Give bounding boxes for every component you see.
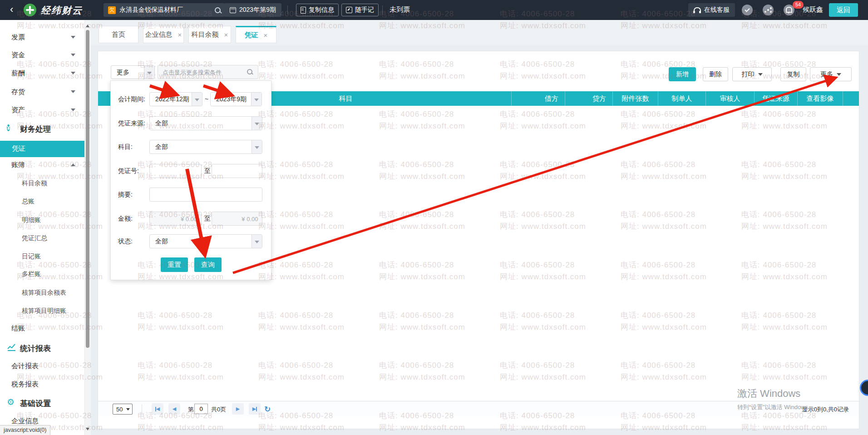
sidebar-item-voucher-summary[interactable]: 凭证汇总 xyxy=(0,233,84,244)
sidebar-section-settings[interactable]: ⚙ 基础设置 xyxy=(0,397,84,410)
voucher-no-from-input[interactable] xyxy=(153,166,198,177)
return-button[interactable]: 返回 xyxy=(829,3,858,17)
sidebar-item-accounting-reports[interactable]: 会计报表 xyxy=(0,361,84,372)
summary-input[interactable] xyxy=(153,189,250,201)
quick-note-label: 随手记 xyxy=(355,6,374,14)
brand-logo-icon xyxy=(24,4,36,16)
column-preparer: 制单人 xyxy=(658,91,705,106)
amount-label: 金额: xyxy=(118,215,133,223)
status-dropdown[interactable]: 全部 xyxy=(149,234,262,248)
not-arrived-ticket-label[interactable]: 未到票 xyxy=(390,5,410,14)
bell-icon xyxy=(786,7,792,13)
sidebar-section-finance[interactable]: ¥ 财务处理 xyxy=(0,123,84,135)
chevron-down-icon xyxy=(71,109,75,111)
tab-voucher[interactable]: 凭证× xyxy=(236,26,276,43)
tab-company-info[interactable]: 企业信息× xyxy=(143,26,184,43)
sidebar-item-funds[interactable]: 资金 xyxy=(0,50,84,61)
sidebar-item-account-balance[interactable]: 科目余额 xyxy=(0,178,84,189)
prev-page-icon: ◀ xyxy=(173,406,176,412)
close-icon[interactable]: × xyxy=(178,31,182,39)
todo-button[interactable] xyxy=(742,5,753,15)
add-button[interactable]: 新增 xyxy=(669,67,696,81)
voucher-source-dropdown[interactable]: 全部 xyxy=(149,116,262,130)
close-icon[interactable]: × xyxy=(224,31,228,39)
column-reviewer: 审核人 xyxy=(705,91,754,106)
next-page-button[interactable]: ▶ xyxy=(232,403,244,415)
prev-page-button[interactable]: ◀ xyxy=(168,403,180,415)
more-button[interactable]: 更多 xyxy=(810,67,852,81)
company-switcher[interactable]: 欠 永清县金锐保温材料厂 xyxy=(104,3,225,17)
caret-down-icon[interactable] xyxy=(192,93,202,106)
period-to-dropdown[interactable]: 2023年9期 xyxy=(210,92,262,106)
sidebar-item-project-detail[interactable]: 核算项目明细账 xyxy=(0,306,84,316)
page-number-input[interactable] xyxy=(194,404,208,414)
scroll-up-icon[interactable] xyxy=(86,23,89,27)
divider xyxy=(382,5,383,15)
back-chevron-icon[interactable]: ‹ xyxy=(10,3,13,16)
copy-button[interactable]: 复制 xyxy=(780,67,806,81)
tab-strip: 首页 企业信息× 科目余额× 凭证× xyxy=(90,20,868,45)
search-condition-input[interactable] xyxy=(162,67,245,78)
username[interactable]: 候跃鑫 xyxy=(803,5,823,14)
quick-note-button[interactable]: 随手记 xyxy=(341,4,379,16)
chart-icon xyxy=(7,342,16,352)
online-service-button[interactable]: 在线客服 xyxy=(688,3,735,17)
chevron-down-icon xyxy=(71,90,75,93)
sidebar-item-general-ledger[interactable]: 总账 xyxy=(0,196,84,207)
period-selector[interactable]: 2023年第9期 xyxy=(224,3,281,17)
sidebar-item-project-balance[interactable]: 核算项目余额表 xyxy=(0,287,84,298)
voucher-no-to-input[interactable] xyxy=(215,166,259,177)
print-button[interactable]: 打印 xyxy=(732,67,772,81)
floating-widget-button[interactable] xyxy=(860,380,868,396)
notification-count-badge: 54 xyxy=(793,1,804,9)
sidebar-item-assets[interactable]: 资产 xyxy=(0,105,84,116)
period-from-dropdown[interactable]: 2022年12期 xyxy=(149,92,202,106)
reset-button[interactable]: 重置 xyxy=(161,257,188,272)
caret-down-icon[interactable] xyxy=(144,66,154,79)
tab-home[interactable]: 首页 xyxy=(99,26,138,43)
filter-type-dropdown[interactable]: 更多 xyxy=(111,65,155,79)
caret-down-icon[interactable] xyxy=(252,235,262,248)
to-label: 至 xyxy=(204,167,211,175)
sidebar-item-multi-column[interactable]: 多栏账 xyxy=(0,269,84,280)
amount-to-input[interactable] xyxy=(215,213,259,225)
subject-label: 科目: xyxy=(118,143,133,151)
voucher-source-label: 凭证来源: xyxy=(118,119,145,128)
check-icon xyxy=(745,7,750,12)
query-button[interactable]: 查询 xyxy=(194,257,222,272)
sidebar-scrollbar[interactable] xyxy=(84,20,91,435)
close-icon[interactable]: × xyxy=(264,31,268,39)
sidebar-item-voucher[interactable]: 凭证 xyxy=(0,141,84,157)
sidebar-item-inventory[interactable]: 存货 xyxy=(0,87,84,98)
sidebar: 发票 资金 薪酬 存货 资产 ¥ 财务处理 凭证 账簿 科目余额 总账 明细账 … xyxy=(0,20,84,435)
sidebar-item-detail-ledger[interactable]: 明细账 xyxy=(0,215,84,226)
amount-from-field xyxy=(149,212,202,226)
sidebar-item-ledgers[interactable]: 账簿 xyxy=(0,160,84,171)
tab-account-balance[interactable]: 科目余额× xyxy=(188,26,231,43)
scroll-down-icon[interactable] xyxy=(86,428,89,432)
first-page-button[interactable]: ◀ xyxy=(152,403,163,415)
sidebar-item-tax-reports[interactable]: 税务报表 xyxy=(0,379,84,390)
column-voucher-source: 凭证来源 xyxy=(754,91,797,106)
refresh-icon[interactable]: ↻ xyxy=(264,405,271,414)
scrollbar-thumb[interactable] xyxy=(86,30,89,348)
column-attachments: 附件张数 xyxy=(612,91,658,106)
online-service-label: 在线客服 xyxy=(704,6,730,14)
subject-dropdown[interactable]: 全部 xyxy=(149,140,262,154)
amount-from-input[interactable] xyxy=(153,213,198,225)
copy-info-button[interactable]: 复制信息 xyxy=(296,4,339,16)
caret-down-icon[interactable] xyxy=(252,140,262,153)
page-size-select[interactable]: 50 xyxy=(113,404,133,415)
caret-down-icon[interactable] xyxy=(251,93,261,106)
filter-popup: 会计期间: 2022年12期 ~ 2023年9期 凭证来源: 全部 科目: 全部 xyxy=(110,80,271,280)
sidebar-item-journal[interactable]: 日记账 xyxy=(0,251,84,262)
sidebar-item-closing[interactable]: 结账 xyxy=(0,323,84,334)
last-page-button[interactable]: ▶ xyxy=(249,403,261,415)
share-button[interactable] xyxy=(763,5,774,15)
period-label: 2023年第9期 xyxy=(239,6,276,14)
sidebar-item-invoice[interactable]: 发票 xyxy=(0,32,84,43)
sidebar-section-reports[interactable]: 统计报表 xyxy=(0,342,84,355)
sidebar-item-payroll[interactable]: 薪酬 xyxy=(0,68,84,79)
delete-button[interactable]: 删除 xyxy=(703,67,728,81)
caret-down-icon[interactable] xyxy=(252,117,262,130)
